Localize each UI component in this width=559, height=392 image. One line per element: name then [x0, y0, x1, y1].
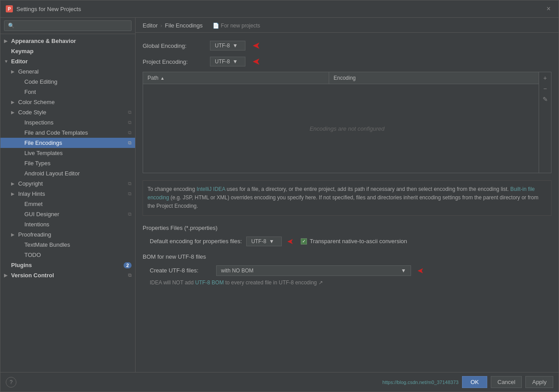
- arrow-icon: [17, 151, 22, 155]
- table-add-button[interactable]: +: [540, 73, 550, 83]
- global-encoding-dropdown[interactable]: UTF-8 ▼: [210, 41, 245, 50]
- bottom-left: ?: [6, 377, 16, 388]
- sidebar-item-intentions[interactable]: Intentions: [0, 219, 135, 229]
- settings-dialog: P Settings for New Projects × ▶ Appearan…: [0, 0, 559, 392]
- arrow-icon: [17, 89, 22, 94]
- dropdown-arrow-icon: ▼: [233, 43, 238, 49]
- table-header: Path ▲ Encoding + − ✎: [143, 72, 551, 84]
- dialog-title: Settings for New Projects: [16, 6, 81, 12]
- sidebar: ▶ Appearance & Behavior Keymap ▼ Editor …: [0, 18, 136, 372]
- sidebar-item-textmate[interactable]: TextMate Bundles: [0, 240, 135, 250]
- copy-icon: ⧉: [128, 211, 132, 217]
- arrow-icon: ▶: [11, 110, 16, 115]
- breadcrumb-part2: File Encodings: [165, 22, 202, 29]
- bottom-bar: ? https://blog.csdn.net/m0_37148373 OK C…: [0, 372, 559, 392]
- sidebar-item-version-control[interactable]: ▶ Version Control ⧉: [0, 270, 135, 280]
- sidebar-item-inlay-hints[interactable]: ▶ Inlay Hints ⧉: [0, 189, 135, 199]
- encoding-table: Path ▲ Encoding + − ✎ Encodings: [143, 72, 551, 173]
- arrow-icon: ▶: [11, 69, 16, 74]
- title-bar: P Settings for New Projects ×: [0, 0, 559, 18]
- apply-button[interactable]: Apply: [525, 376, 553, 388]
- arrow-icon: [17, 140, 22, 145]
- sidebar-tree: ▶ Appearance & Behavior Keymap ▼ Editor …: [0, 34, 135, 372]
- arrow-icon: ▼: [4, 59, 8, 64]
- arrow-icon: [17, 120, 22, 125]
- arrow-icon: ▶: [4, 39, 8, 43]
- project-encoding-row: Project Encoding: UTF-8 ▼ ➤: [143, 56, 551, 67]
- breadcrumb-sep: ›: [160, 22, 162, 29]
- sidebar-item-file-types[interactable]: File Types: [0, 158, 135, 168]
- sidebar-item-color-scheme[interactable]: ▶ Color Scheme: [0, 97, 135, 107]
- arrow-icon: [17, 161, 22, 166]
- bom-section: BOM for new UTF-8 files Create UTF-8 fil…: [143, 253, 551, 286]
- breadcrumb-part1: Editor: [143, 22, 158, 29]
- sidebar-item-android-layout[interactable]: Android Layout Editor: [0, 168, 135, 179]
- bom-note: IDEA will NOT add UTF-8 BOM to every cre…: [143, 279, 551, 286]
- table-remove-button[interactable]: −: [540, 84, 550, 93]
- ok-button[interactable]: OK: [462, 376, 487, 388]
- bom-create-dropdown[interactable]: with NO BOM ▼: [216, 265, 411, 276]
- arrow-icon: [17, 202, 22, 206]
- copy-icon: ⧉: [128, 120, 132, 125]
- checkbox-wrapper: ✓ Transparent native-to-ascii conversion: [301, 238, 407, 245]
- global-encoding-row: Global Encoding: UTF-8 ▼ ➤: [143, 40, 551, 51]
- properties-section-header: Properties Files (*.properties): [143, 225, 551, 231]
- arrow-icon: [17, 171, 22, 176]
- note-icon: 📄: [213, 23, 219, 29]
- sidebar-item-code-style[interactable]: ▶ Code Style ⧉: [0, 107, 135, 117]
- action-buttons: https://blog.csdn.net/m0_37148373 OK Can…: [382, 376, 553, 388]
- sidebar-item-keymap[interactable]: Keymap: [0, 46, 135, 56]
- sidebar-item-gui-designer[interactable]: GUI Designer ⧉: [0, 209, 135, 219]
- sort-asc-icon: ▲: [160, 76, 165, 81]
- arrow-icon: ▶: [4, 273, 8, 278]
- table-edit-button[interactable]: ✎: [540, 94, 550, 104]
- panel-body: Global Encoding: UTF-8 ▼ ➤ Project Encod…: [136, 33, 559, 372]
- sidebar-item-copyright[interactable]: ▶ Copyright ⧉: [0, 179, 135, 189]
- sidebar-item-live-templates[interactable]: Live Templates: [0, 148, 135, 158]
- native-ascii-checkbox[interactable]: ✓: [301, 238, 307, 245]
- sidebar-item-font[interactable]: Font: [0, 87, 135, 97]
- red-arrow-project: ➤: [252, 56, 260, 67]
- arrow-icon: ▶: [11, 191, 16, 196]
- global-encoding-value: UTF-8: [215, 43, 230, 49]
- project-encoding-dropdown[interactable]: UTF-8 ▼: [210, 57, 245, 66]
- sidebar-item-file-code-templates[interactable]: File and Code Templates ⧉: [0, 128, 135, 138]
- sidebar-item-plugins[interactable]: Plugins 2: [0, 260, 135, 270]
- copy-icon: ⧉: [128, 109, 132, 115]
- red-arrow-global: ➤: [252, 40, 260, 51]
- copy-icon: ⧉: [128, 130, 132, 136]
- info-text-3: (e.g. JSP, HTML or XML) overrides encodi…: [148, 194, 538, 209]
- red-arrow-bom: ➤: [417, 266, 424, 276]
- bom-note-1: IDEA will NOT add: [150, 279, 194, 286]
- bom-create-label: Create UTF-8 files:: [150, 267, 212, 274]
- sidebar-item-code-editing[interactable]: Code Editing: [0, 77, 135, 87]
- sidebar-item-emmet[interactable]: Emmet: [0, 199, 135, 209]
- title-bar-left: P Settings for New Projects: [6, 5, 81, 12]
- close-button[interactable]: ×: [544, 4, 553, 14]
- red-arrow-props: ➤: [287, 237, 294, 246]
- copy-icon: ⧉: [128, 191, 132, 197]
- properties-encoding-dropdown[interactable]: UTF-8 ▼: [246, 237, 282, 246]
- sidebar-item-general[interactable]: ▶ General: [0, 66, 135, 77]
- sidebar-item-editor[interactable]: ▼ Editor: [0, 56, 135, 66]
- intellij-link: IntelliJ IDEA: [197, 186, 225, 192]
- sidebar-item-proofreading[interactable]: ▶ Proofreading: [0, 229, 135, 240]
- arrow-icon: [17, 130, 22, 135]
- sidebar-item-file-encodings[interactable]: File Encodings ⧉: [0, 138, 135, 148]
- sidebar-item-appearance[interactable]: ▶ Appearance & Behavior: [0, 36, 135, 46]
- right-panel: Editor › File Encodings 📄 For new projec…: [136, 18, 559, 372]
- sidebar-item-todo[interactable]: TODO: [0, 250, 135, 260]
- arrow-icon: [4, 49, 8, 54]
- checkmark-icon: ✓: [302, 239, 306, 244]
- bom-create-value: with NO BOM: [221, 268, 253, 274]
- bom-row: Create UTF-8 files: with NO BOM ▼ ➤: [143, 265, 551, 276]
- help-button[interactable]: ?: [6, 377, 16, 388]
- global-encoding-label: Global Encoding:: [143, 43, 205, 49]
- table-col-encoding: Encoding: [329, 72, 551, 84]
- cancel-button[interactable]: Cancel: [491, 376, 522, 388]
- plugins-badge: 2: [124, 262, 132, 268]
- utf8-bom-link[interactable]: UTF-8 BOM: [195, 279, 224, 286]
- bom-note-suffix: ↗: [318, 279, 323, 286]
- sidebar-item-inspections[interactable]: Inspections ⧉: [0, 117, 135, 128]
- search-input[interactable]: [4, 20, 132, 31]
